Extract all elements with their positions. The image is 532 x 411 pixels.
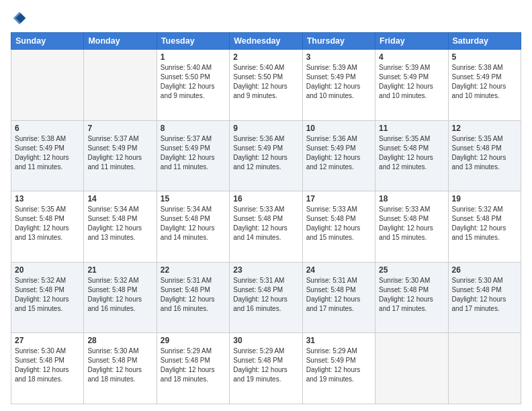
calendar-cell: 21Sunrise: 5:32 AM Sunset: 5:48 PM Dayli… <box>84 262 157 333</box>
day-info: Sunrise: 5:40 AM Sunset: 5:50 PM Dayligh… <box>233 63 298 101</box>
day-info: Sunrise: 5:35 AM Sunset: 5:48 PM Dayligh… <box>379 134 444 172</box>
calendar-cell: 31Sunrise: 5:29 AM Sunset: 5:49 PM Dayli… <box>302 333 375 404</box>
day-info: Sunrise: 5:40 AM Sunset: 5:50 PM Dayligh… <box>161 63 226 101</box>
day-info: Sunrise: 5:34 AM Sunset: 5:48 PM Dayligh… <box>87 205 152 242</box>
day-info: Sunrise: 5:36 AM Sunset: 5:49 PM Dayligh… <box>233 134 298 172</box>
calendar-cell: 10Sunrise: 5:36 AM Sunset: 5:49 PM Dayli… <box>302 120 375 191</box>
day-info: Sunrise: 5:34 AM Sunset: 5:48 PM Dayligh… <box>161 205 226 242</box>
calendar-cell <box>375 333 448 404</box>
calendar-week-row: 13Sunrise: 5:35 AM Sunset: 5:48 PM Dayli… <box>11 191 521 263</box>
calendar-cell: 11Sunrise: 5:35 AM Sunset: 5:48 PM Dayli… <box>375 120 448 191</box>
calendar-cell: 26Sunrise: 5:30 AM Sunset: 5:48 PM Dayli… <box>448 262 521 333</box>
day-number: 21 <box>87 265 152 275</box>
calendar-cell: 8Sunrise: 5:37 AM Sunset: 5:49 PM Daylig… <box>157 120 229 191</box>
calendar-cell: 5Sunrise: 5:38 AM Sunset: 5:49 PM Daylig… <box>448 50 521 121</box>
calendar-cell: 18Sunrise: 5:33 AM Sunset: 5:48 PM Dayli… <box>375 191 448 263</box>
day-number: 6 <box>15 124 80 133</box>
day-number: 14 <box>87 194 152 203</box>
calendar-cell: 12Sunrise: 5:35 AM Sunset: 5:48 PM Dayli… <box>448 120 521 191</box>
calendar-cell: 9Sunrise: 5:36 AM Sunset: 5:49 PM Daylig… <box>230 120 302 191</box>
calendar-cell: 6Sunrise: 5:38 AM Sunset: 5:49 PM Daylig… <box>11 120 84 191</box>
calendar-day-header: Saturday <box>448 33 521 50</box>
day-number: 17 <box>306 194 371 203</box>
day-info: Sunrise: 5:30 AM Sunset: 5:48 PM Dayligh… <box>452 276 517 314</box>
day-number: 18 <box>379 194 444 203</box>
day-info: Sunrise: 5:39 AM Sunset: 5:49 PM Dayligh… <box>306 63 371 101</box>
day-info: Sunrise: 5:33 AM Sunset: 5:48 PM Dayligh… <box>306 205 371 242</box>
day-info: Sunrise: 5:37 AM Sunset: 5:49 PM Dayligh… <box>161 134 226 172</box>
calendar-header-row: SundayMondayTuesdayWednesdayThursdayFrid… <box>11 33 521 50</box>
calendar-cell: 16Sunrise: 5:33 AM Sunset: 5:48 PM Dayli… <box>230 191 302 263</box>
day-info: Sunrise: 5:36 AM Sunset: 5:49 PM Dayligh… <box>306 134 371 172</box>
day-info: Sunrise: 5:31 AM Sunset: 5:48 PM Dayligh… <box>161 276 226 314</box>
header <box>11 11 521 26</box>
day-info: Sunrise: 5:39 AM Sunset: 5:49 PM Dayligh… <box>379 63 444 101</box>
calendar-cell: 28Sunrise: 5:30 AM Sunset: 5:48 PM Dayli… <box>84 333 157 404</box>
day-number: 20 <box>15 265 80 275</box>
calendar-day-header: Monday <box>84 33 157 50</box>
calendar-cell: 30Sunrise: 5:29 AM Sunset: 5:48 PM Dayli… <box>230 333 302 404</box>
day-info: Sunrise: 5:38 AM Sunset: 5:49 PM Dayligh… <box>15 134 80 172</box>
day-info: Sunrise: 5:35 AM Sunset: 5:48 PM Dayligh… <box>452 134 517 172</box>
calendar-cell: 22Sunrise: 5:31 AM Sunset: 5:48 PM Dayli… <box>157 262 229 333</box>
calendar-week-row: 27Sunrise: 5:30 AM Sunset: 5:48 PM Dayli… <box>11 333 521 404</box>
calendar-cell: 27Sunrise: 5:30 AM Sunset: 5:48 PM Dayli… <box>11 333 84 404</box>
day-number: 27 <box>15 336 80 345</box>
calendar-day-header: Wednesday <box>230 33 302 50</box>
day-number: 11 <box>379 124 444 133</box>
day-info: Sunrise: 5:32 AM Sunset: 5:48 PM Dayligh… <box>452 205 517 242</box>
day-number: 28 <box>87 336 152 345</box>
calendar-day-header: Tuesday <box>157 33 229 50</box>
day-number: 19 <box>452 194 517 203</box>
day-info: Sunrise: 5:37 AM Sunset: 5:49 PM Dayligh… <box>87 134 152 172</box>
day-number: 29 <box>161 336 226 345</box>
logo <box>11 11 28 26</box>
calendar-day-header: Friday <box>375 33 448 50</box>
calendar-cell: 24Sunrise: 5:31 AM Sunset: 5:48 PM Dayli… <box>302 262 375 333</box>
day-number: 2 <box>233 52 298 62</box>
day-info: Sunrise: 5:30 AM Sunset: 5:48 PM Dayligh… <box>87 347 152 384</box>
calendar-cell: 14Sunrise: 5:34 AM Sunset: 5:48 PM Dayli… <box>84 191 157 263</box>
day-number: 23 <box>233 265 298 275</box>
calendar-cell: 3Sunrise: 5:39 AM Sunset: 5:49 PM Daylig… <box>302 50 375 121</box>
day-number: 22 <box>161 265 226 275</box>
calendar-cell: 7Sunrise: 5:37 AM Sunset: 5:49 PM Daylig… <box>84 120 157 191</box>
day-number: 12 <box>452 124 517 133</box>
calendar-cell <box>448 333 521 404</box>
day-number: 1 <box>161 52 226 62</box>
calendar-cell: 13Sunrise: 5:35 AM Sunset: 5:48 PM Dayli… <box>11 191 84 263</box>
day-number: 26 <box>452 265 517 275</box>
calendar-week-row: 1Sunrise: 5:40 AM Sunset: 5:50 PM Daylig… <box>11 50 521 121</box>
day-number: 30 <box>233 336 298 345</box>
calendar: SundayMondayTuesdayWednesdayThursdayFrid… <box>11 32 521 404</box>
day-info: Sunrise: 5:29 AM Sunset: 5:48 PM Dayligh… <box>161 347 226 384</box>
day-number: 3 <box>306 52 371 62</box>
day-number: 10 <box>306 124 371 133</box>
day-number: 7 <box>87 124 152 133</box>
calendar-day-header: Thursday <box>302 33 375 50</box>
page: SundayMondayTuesdayWednesdayThursdayFrid… <box>0 0 532 411</box>
day-number: 4 <box>379 52 444 62</box>
logo-icon <box>12 11 27 26</box>
day-number: 8 <box>161 124 226 133</box>
day-number: 15 <box>161 194 226 203</box>
calendar-cell: 29Sunrise: 5:29 AM Sunset: 5:48 PM Dayli… <box>157 333 229 404</box>
day-number: 16 <box>233 194 298 203</box>
calendar-cell <box>84 50 157 121</box>
calendar-week-row: 20Sunrise: 5:32 AM Sunset: 5:48 PM Dayli… <box>11 262 521 333</box>
calendar-day-header: Sunday <box>11 33 84 50</box>
calendar-cell: 20Sunrise: 5:32 AM Sunset: 5:48 PM Dayli… <box>11 262 84 333</box>
calendar-cell: 4Sunrise: 5:39 AM Sunset: 5:49 PM Daylig… <box>375 50 448 121</box>
day-info: Sunrise: 5:29 AM Sunset: 5:48 PM Dayligh… <box>233 347 298 384</box>
day-info: Sunrise: 5:30 AM Sunset: 5:48 PM Dayligh… <box>379 276 444 314</box>
day-info: Sunrise: 5:32 AM Sunset: 5:48 PM Dayligh… <box>87 276 152 314</box>
day-number: 13 <box>15 194 80 203</box>
calendar-cell: 19Sunrise: 5:32 AM Sunset: 5:48 PM Dayli… <box>448 191 521 263</box>
day-info: Sunrise: 5:35 AM Sunset: 5:48 PM Dayligh… <box>15 205 80 242</box>
day-number: 24 <box>306 265 371 275</box>
day-info: Sunrise: 5:29 AM Sunset: 5:49 PM Dayligh… <box>306 347 371 384</box>
calendar-cell <box>11 50 84 121</box>
day-number: 31 <box>306 336 371 345</box>
day-info: Sunrise: 5:33 AM Sunset: 5:48 PM Dayligh… <box>379 205 444 242</box>
day-info: Sunrise: 5:30 AM Sunset: 5:48 PM Dayligh… <box>15 347 80 384</box>
